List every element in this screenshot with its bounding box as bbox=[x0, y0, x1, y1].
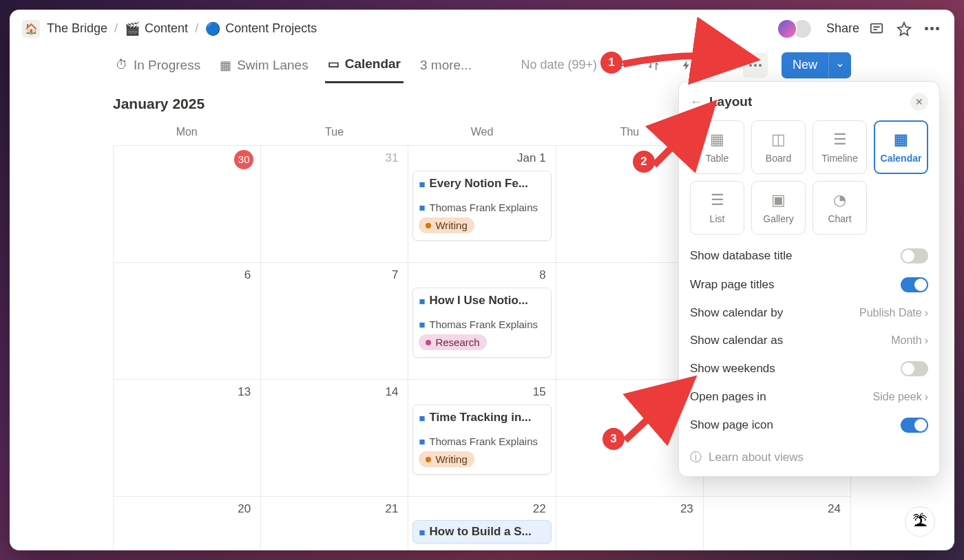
toggle-db-title[interactable] bbox=[901, 248, 928, 263]
arrow-3 bbox=[620, 371, 702, 447]
video-icon: ■ bbox=[419, 412, 425, 424]
tab-swim-lanes[interactable]: ▦Swim Lanes bbox=[217, 47, 311, 83]
arrow-1 bbox=[620, 47, 764, 81]
video-icon: ■ bbox=[419, 295, 425, 307]
event-card[interactable]: ■Every Notion Fe... ■Thomas Frank Explai… bbox=[412, 171, 551, 241]
chevron-right-icon: › bbox=[925, 307, 928, 319]
no-date-button[interactable]: No date (99+) bbox=[521, 58, 597, 72]
layout-gallery[interactable]: ▣Gallery bbox=[751, 181, 806, 235]
cal-cell[interactable]: 31 bbox=[260, 145, 408, 262]
video-icon: ■ bbox=[419, 178, 425, 190]
page-more-icon[interactable] bbox=[921, 19, 942, 39]
share-button[interactable]: Share bbox=[826, 21, 859, 36]
svg-rect-0 bbox=[871, 23, 883, 32]
holiday-icon[interactable]: 🏝 bbox=[905, 506, 935, 537]
chevron-right-icon: › bbox=[925, 334, 928, 347]
cal-cell[interactable]: 21 bbox=[260, 496, 408, 550]
layout-list[interactable]: ☰List bbox=[690, 181, 744, 235]
learn-about-views[interactable]: ⓘLearn about views bbox=[690, 440, 928, 465]
board-icon: ◫ bbox=[771, 131, 786, 149]
popover-title: Layout bbox=[709, 94, 903, 109]
clapper-icon: 🎬 bbox=[125, 21, 140, 36]
today-badge: 30 bbox=[234, 150, 253, 169]
grid-icon: ▦ bbox=[220, 58, 231, 73]
video-icon: ■ bbox=[419, 202, 425, 213]
layout-calendar[interactable]: ▦Calendar bbox=[874, 120, 928, 174]
list-icon: ☰ bbox=[711, 191, 724, 209]
tab-calendar[interactable]: ▭Calendar bbox=[325, 47, 404, 83]
cal-cell[interactable]: 20 bbox=[113, 496, 260, 550]
event-card[interactable]: ■Time Tracking in... ■Thomas Frank Expla… bbox=[412, 405, 551, 475]
dow-tue: Tue bbox=[260, 119, 408, 145]
gallery-icon: ▣ bbox=[771, 191, 786, 209]
home-icon[interactable]: 🏠 bbox=[22, 20, 40, 38]
opt-calendar-by[interactable]: Show calendar byPublish Date › bbox=[690, 299, 928, 327]
annotation-1: 1 bbox=[600, 52, 622, 74]
view-bar: ⏱In Progress ▦Swim Lanes ▭Calendar 3 mor… bbox=[10, 47, 954, 83]
cal-cell[interactable]: 8 ■How I Use Notio... ■Thomas Frank Expl… bbox=[408, 262, 555, 379]
event-card[interactable]: ■How I Use Notio... ■Thomas Frank Explai… bbox=[412, 288, 551, 358]
annotation-3: 3 bbox=[602, 428, 625, 450]
clock-icon: ⏱ bbox=[116, 58, 128, 72]
new-button-label[interactable]: New bbox=[782, 52, 828, 78]
toggle-wrap[interactable] bbox=[901, 277, 928, 292]
cal-cell[interactable]: 15 ■Time Tracking in... ■Thomas Frank Ex… bbox=[408, 379, 555, 496]
dow-mon: Mon bbox=[113, 119, 260, 145]
toggle-page-icon[interactable] bbox=[901, 418, 928, 433]
layout-timeline[interactable]: ☰Timeline bbox=[813, 120, 867, 174]
breadcrumb-root[interactable]: The Bridge bbox=[47, 21, 107, 36]
opt-calendar-as[interactable]: Show calendar asMonth › bbox=[690, 327, 928, 354]
star-icon[interactable] bbox=[894, 19, 914, 39]
cal-cell[interactable]: 24 bbox=[703, 496, 851, 550]
breadcrumb-sep: / bbox=[195, 21, 198, 36]
video-icon: ■ bbox=[419, 526, 425, 538]
topbar: 🏠 The Bridge / 🎬Content / 🔵Content Proje… bbox=[10, 10, 954, 47]
event-card[interactable]: ■How to Build a S... bbox=[412, 520, 551, 543]
opt-wrap-titles[interactable]: Wrap page titles bbox=[690, 270, 928, 299]
tab-in-progress[interactable]: ⏱In Progress bbox=[113, 47, 203, 83]
new-button[interactable]: New bbox=[782, 52, 851, 78]
close-icon[interactable]: ✕ bbox=[910, 93, 928, 111]
cal-cell[interactable]: 22 ■How to Build a S... bbox=[408, 496, 555, 550]
timeline-icon: ☰ bbox=[833, 131, 847, 149]
arrow-2 bbox=[647, 96, 723, 172]
tab-more[interactable]: 3 more... bbox=[417, 47, 474, 83]
month-label: January 2025 bbox=[113, 96, 205, 112]
cal-cell[interactable]: 14 bbox=[260, 379, 408, 496]
cal-cell[interactable]: 23 bbox=[556, 496, 703, 550]
tag-writing: Writing bbox=[419, 451, 474, 467]
cal-cell[interactable]: 30 bbox=[113, 145, 260, 262]
breadcrumb-leaf[interactable]: 🔵Content Projects bbox=[205, 21, 317, 36]
video-icon: ■ bbox=[419, 319, 425, 330]
cal-cell[interactable]: 7 bbox=[260, 262, 408, 379]
annotation-2: 2 bbox=[633, 151, 655, 173]
gauge-icon: 🔵 bbox=[205, 21, 220, 36]
tag-research: Research bbox=[419, 334, 486, 350]
new-button-dropdown[interactable] bbox=[828, 52, 851, 78]
calendar-icon: ▭ bbox=[328, 56, 339, 72]
breadcrumb-sep: / bbox=[114, 21, 118, 36]
chart-icon: ◔ bbox=[833, 191, 846, 209]
help-icon: ⓘ bbox=[690, 449, 702, 465]
opt-open-pages-in[interactable]: Open pages inSide peek › bbox=[690, 383, 928, 411]
opt-show-weekends[interactable]: Show weekends bbox=[690, 354, 928, 383]
dow-wed: Wed bbox=[408, 119, 556, 145]
layout-board[interactable]: ◫Board bbox=[751, 120, 806, 174]
cal-cell[interactable]: 13 bbox=[113, 379, 260, 496]
presence-avatars[interactable] bbox=[777, 19, 813, 39]
opt-show-db-title[interactable]: Show database title bbox=[690, 241, 928, 270]
opt-show-page-icon[interactable]: Show page icon bbox=[690, 411, 928, 440]
tag-writing: Writing bbox=[419, 217, 474, 233]
chevron-right-icon: › bbox=[925, 391, 928, 403]
toggle-weekends[interactable] bbox=[901, 361, 928, 376]
layout-chart[interactable]: ◔Chart bbox=[813, 181, 867, 235]
cal-cell[interactable]: 6 bbox=[113, 262, 260, 379]
cal-cell[interactable]: Jan 1 ■Every Notion Fe... ■Thomas Frank … bbox=[408, 145, 555, 262]
comments-icon[interactable] bbox=[866, 19, 887, 39]
video-icon: ■ bbox=[419, 435, 425, 447]
avatar bbox=[777, 19, 797, 39]
breadcrumb-content[interactable]: 🎬Content bbox=[125, 21, 188, 36]
calendar-icon: ▦ bbox=[894, 131, 908, 149]
